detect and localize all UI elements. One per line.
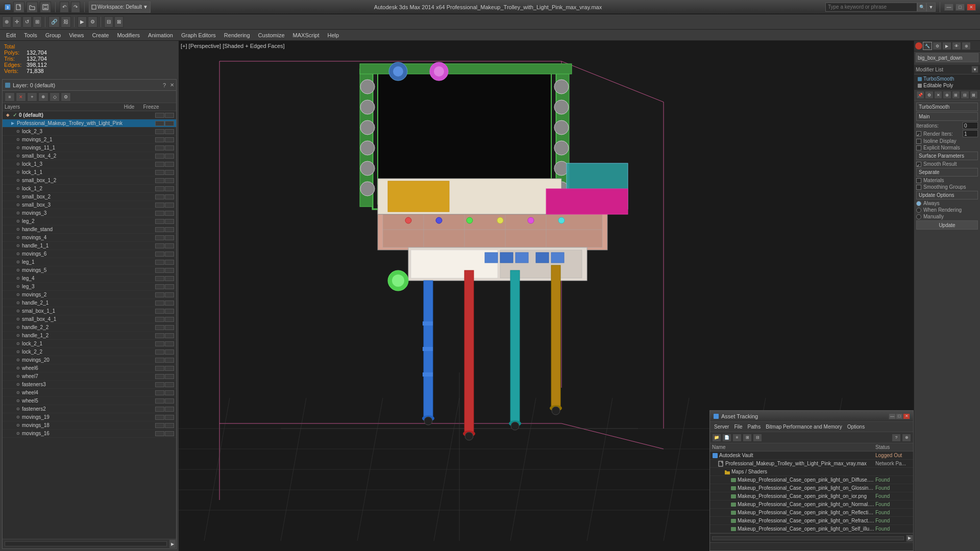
layer-unfreeze-all-btn[interactable]: ◇ (50, 92, 60, 102)
layer-settings-btn[interactable]: ⚙ (61, 92, 71, 102)
ts-update-btn[interactable]: Update (916, 220, 978, 230)
layer-item[interactable]: ⊙ handle_2_1 (3, 299, 176, 307)
asset-tb-5[interactable]: ⊟ (753, 434, 762, 442)
search-btn[interactable]: 🔍 (917, 3, 926, 12)
utilities-btn[interactable]: ⊕ (962, 42, 971, 50)
asset-item[interactable]: Makeup_Professional_Case_open_pink_light… (710, 484, 913, 492)
layer-item[interactable]: ⊙ small_box_3 (3, 201, 176, 209)
render-settings-btn[interactable]: ⚙ (88, 16, 97, 28)
ts-iterations-input[interactable] (963, 122, 978, 129)
layer-item[interactable]: ⊙ movings_20 (3, 356, 176, 364)
align-btn[interactable]: ⊟ (104, 16, 113, 28)
asset-minimize-btn[interactable]: — (889, 413, 896, 419)
asset-tb-6[interactable]: ? (892, 434, 901, 442)
layer-freeze-all-btn[interactable]: ❄ (38, 92, 48, 102)
file-open-btn[interactable] (27, 2, 38, 13)
asset-tb-4[interactable]: ⊞ (743, 434, 752, 442)
asset-item[interactable]: Makeup_Professional_Case_open_pink_light… (710, 476, 913, 484)
layer-item[interactable]: ⊙ movings_19 (3, 413, 176, 421)
maximize-btn[interactable]: □ (955, 4, 965, 11)
modifier-turbsmooth[interactable]: TurboSmooth (915, 76, 979, 82)
asset-scroll-track[interactable] (712, 536, 904, 540)
layer-item[interactable]: ⊙ fasteners3 (3, 381, 176, 389)
search-input[interactable] (825, 3, 917, 12)
layer-item[interactable]: ▶ Professional_Makeup_Trolley_with_Light… (3, 119, 176, 128)
hierarchy-btn[interactable]: ⚙ (933, 42, 942, 50)
ts-smooth-result-checkbox[interactable] (916, 162, 921, 167)
layer-list[interactable]: ◆ ✓ 0 (default) ▶ Professional_Makeup_Tr… (3, 111, 176, 539)
menu-tools[interactable]: Tools (20, 31, 41, 39)
ts-update-options-section[interactable]: Update Options (916, 191, 978, 199)
asset-tb-1[interactable]: 📁 (712, 434, 721, 442)
ts-manually-radio[interactable] (916, 214, 921, 219)
file-save-btn[interactable] (40, 2, 51, 13)
asset-menu-paths[interactable]: Paths (746, 424, 763, 430)
ts-main-section[interactable]: TurboSmooth (916, 103, 978, 111)
asset-maximize-btn[interactable]: □ (896, 413, 903, 419)
file-new-btn[interactable] (13, 2, 24, 13)
layer-item[interactable]: ⊙ small_box_1_2 (3, 177, 176, 185)
menu-customize[interactable]: Customize (254, 31, 289, 39)
workspace-dropdown[interactable]: Workspace: Default ▼ (89, 2, 151, 13)
asset-tb-3[interactable]: ≡ (732, 434, 742, 442)
display-btn[interactable]: 👁 (952, 42, 961, 50)
layer-item[interactable]: ⊙ movings_2_1 (3, 136, 176, 144)
layer-item[interactable]: ⊙ movings_16 (3, 430, 176, 438)
menu-help[interactable]: Help (324, 31, 344, 39)
props-paste-btn[interactable]: ⊞ (952, 91, 960, 99)
render-btn[interactable]: ▶ (78, 16, 87, 28)
ts-always-radio[interactable] (916, 201, 921, 206)
mirror-btn[interactable]: ⊠ (114, 16, 124, 28)
layer-item[interactable]: ⊙ movings_2 (3, 291, 176, 299)
ts-smoothing-groups-checkbox[interactable] (916, 185, 921, 190)
layer-item[interactable]: ⊙ lock_1_3 (3, 160, 176, 168)
layer-item[interactable]: ⊙ wheel7 (3, 372, 176, 381)
modifier-editable-poly[interactable]: Editable Poly (915, 82, 979, 89)
modify-btn[interactable]: 🔧 (923, 42, 932, 50)
layer-item[interactable]: ⊙ movings_4 (3, 234, 176, 242)
layer-item[interactable]: ⊙ wheel5 (3, 397, 176, 405)
layer-new-btn[interactable]: + (27, 92, 37, 102)
asset-menu-file[interactable]: File (732, 424, 744, 430)
asset-item[interactable]: Makeup_Professional_Case_open_pink_light… (710, 525, 913, 533)
layer-item[interactable]: ⊙ leg_3 (3, 283, 176, 291)
layer-item[interactable]: ⊙ fasteners2 (3, 405, 176, 413)
layer-item[interactable]: ⊙ leg_1 (3, 258, 176, 266)
ts-separate-section[interactable]: Separate (916, 168, 978, 177)
undo-btn[interactable]: ↶ (60, 2, 69, 13)
props-pin-btn[interactable]: 📌 (916, 91, 924, 99)
layer-delete-btn[interactable]: ✕ (16, 92, 26, 102)
create-btn[interactable] (915, 42, 922, 49)
layer-item[interactable]: ⊙ movings_3 (3, 209, 176, 217)
asset-menu-server[interactable]: Server (712, 424, 731, 430)
asset-item[interactable]: Makeup_Professional_Case_open_pink_light… (710, 517, 913, 525)
minimize-btn[interactable]: — (944, 4, 953, 11)
ts-materials-checkbox[interactable] (916, 178, 921, 183)
ts-explicit-normals-checkbox[interactable] (916, 145, 921, 151)
move-btn[interactable]: ✛ (12, 16, 21, 28)
asset-item[interactable]: Autodesk Vault Logged Out (710, 452, 913, 460)
asset-menu-options[interactable]: Options (845, 424, 867, 430)
scale-btn[interactable]: ⊞ (33, 16, 42, 28)
asset-item[interactable]: Maps / Shaders (710, 468, 913, 476)
ts-main-subsection[interactable]: Main (916, 112, 978, 121)
asset-menu-bitmap[interactable]: Bitmap Performance and Memory (764, 424, 844, 430)
menu-rendering[interactable]: Rendering (220, 31, 254, 39)
layer-item[interactable]: ⊙ lock_1_1 (3, 168, 176, 177)
menu-views[interactable]: Views (65, 31, 88, 39)
layer-item[interactable]: ⊙ smal_box_1_1 (3, 307, 176, 315)
layer-horizontal-scroll[interactable] (5, 541, 167, 546)
layer-item[interactable]: ⊙ lock_1_2 (3, 185, 176, 193)
menu-animation[interactable]: Animation (144, 31, 177, 39)
props-settings-btn[interactable]: ⚙ (925, 91, 933, 99)
asset-list[interactable]: Autodesk Vault Logged Out Professional_M… (710, 452, 913, 533)
object-name-input[interactable] (916, 53, 978, 62)
link-btn[interactable]: 🔗 (48, 16, 60, 28)
redo-btn[interactable]: ↷ (71, 2, 80, 13)
asset-close-btn[interactable]: ✕ (903, 413, 910, 419)
layer-item[interactable]: ⊙ leg_4 (3, 274, 176, 283)
layer-item[interactable]: ⊙ handle_1_1 (3, 242, 176, 250)
asset-item[interactable]: Makeup_Professional_Case_open_pink_light… (710, 500, 913, 509)
props-remove-btn[interactable]: ⊠ (970, 91, 978, 99)
layer-item[interactable]: ⊙ small_box_4_2 (3, 152, 176, 160)
